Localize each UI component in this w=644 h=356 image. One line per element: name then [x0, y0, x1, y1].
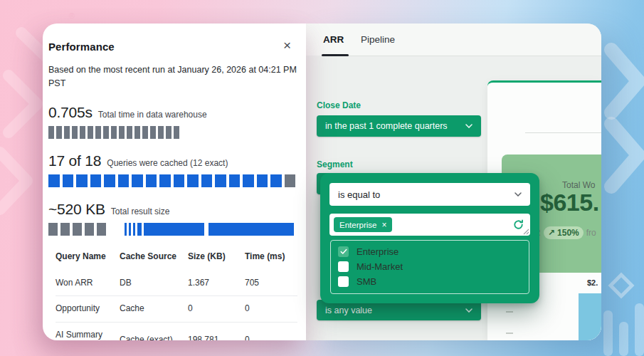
active-tab-underline	[322, 54, 349, 56]
performance-title: Performance	[48, 41, 115, 53]
checkbox-unchecked[interactable]	[338, 261, 349, 272]
table-cell: 0	[188, 303, 245, 315]
bar-segment	[64, 126, 70, 139]
metric-cached-value: 17 of 18	[48, 152, 101, 169]
bar-segment	[111, 126, 117, 139]
tab-divider	[322, 56, 601, 56]
table-header-cell: Size (KB)	[188, 251, 245, 261]
table-cell: 0	[245, 303, 297, 315]
close-date-filter-value: in the past 1 complete quarters	[325, 121, 448, 131]
option-enterprise[interactable]: Enterprise	[331, 244, 529, 259]
table-header-cell: Cache Source	[120, 251, 188, 261]
bar-segment	[146, 174, 157, 187]
metric-cached-caption: Queries were cached (12 exact)	[107, 158, 228, 168]
table-cell: Cache	[120, 303, 188, 315]
bar-segment	[137, 223, 142, 236]
table-cell: AI Summary Tile	[56, 330, 120, 340]
chevron-down-icon	[514, 192, 522, 197]
performance-panel: Performance × Based on the most recent r…	[43, 23, 306, 340]
table-cell: 1.367	[188, 278, 245, 289]
option-label: Mid-Market	[357, 261, 403, 272]
segment-filter-popover: is equal to Enterprise × EnterpriseMid-M…	[320, 173, 539, 303]
kpi-change-badge: ↗ 150%	[544, 226, 584, 239]
bar-segment	[158, 126, 164, 139]
bar-segment	[132, 174, 143, 187]
bar-segment	[229, 174, 241, 187]
tag-remove-icon[interactable]: ×	[381, 221, 386, 229]
bar-segment	[88, 126, 93, 139]
table-header-row: Query NameCache SourceSize (KB)Time (ms)	[56, 251, 297, 271]
check-icon	[340, 248, 347, 255]
size-bar	[48, 223, 295, 236]
kpi-value: $615.	[540, 189, 599, 216]
table-cell: 198.781	[188, 335, 245, 340]
bar-segment	[95, 126, 101, 139]
bar-segment	[72, 126, 78, 139]
bar-segment	[48, 174, 60, 187]
table-cell: Cache (exact)	[120, 335, 188, 340]
bar-segment	[285, 174, 296, 187]
snowflake-pattern-right	[601, 28, 644, 356]
chart-card-divider	[525, 132, 601, 133]
bar-segment	[104, 174, 115, 187]
tab-pipeline[interactable]: Pipeline	[361, 34, 395, 45]
bar-segment	[48, 223, 58, 236]
close-date-filter-button[interactable]: in the past 1 complete quarters	[317, 115, 481, 137]
table-cell: Won ARR	[56, 278, 120, 289]
table-row: AI Summary TileCache (exact)198.7810	[56, 323, 297, 340]
bar-segment	[76, 174, 88, 187]
close-icon[interactable]: ×	[283, 41, 291, 51]
bar-segment	[257, 174, 268, 187]
bar-segment	[127, 126, 132, 139]
bar-segment	[215, 174, 226, 187]
bar-segment	[187, 174, 199, 187]
close-date-label: Close Date	[317, 100, 361, 110]
tag-label: Enterprise	[339, 221, 376, 229]
bar-segment	[201, 174, 213, 187]
metric-time-value: 0.705s	[48, 104, 93, 121]
bar-segment	[270, 174, 282, 187]
registered-mark: ®	[69, 11, 75, 20]
metric-size-value: ~520 KB	[48, 201, 105, 218]
checkbox-unchecked[interactable]	[338, 276, 349, 287]
tab-arr[interactable]: ARR	[323, 34, 344, 45]
query-table: Query NameCache SourceSize (KB)Time (ms)…	[56, 251, 297, 341]
bar-segment	[119, 126, 125, 139]
metric-size-caption: Total result size	[111, 206, 170, 216]
app-background: ® Performance × Based on the most recent…	[0, 0, 644, 356]
segment-value-input[interactable]: Enterprise ×	[329, 214, 530, 236]
bar-segment	[174, 174, 185, 187]
segment-options-list: EnterpriseMid-MarketSMB	[330, 240, 529, 294]
refresh-icon[interactable]	[513, 219, 524, 230]
table-cell: 0	[245, 335, 297, 340]
operator-select[interactable]: is equal to	[329, 183, 530, 206]
resize-handle[interactable]	[523, 229, 529, 235]
bar-segment	[90, 174, 102, 187]
option-label: SMB	[357, 276, 376, 287]
table-cell: Opportunity	[56, 303, 120, 315]
table-header-cell: Time (ms)	[245, 251, 297, 261]
chevron-down-icon	[465, 124, 473, 128]
metric-cached: 17 of 18 Queries were cached (12 exact)	[48, 152, 295, 187]
bar-segment	[80, 126, 85, 139]
checkbox-checked[interactable]	[338, 246, 349, 257]
bar-segment	[129, 223, 131, 236]
tab-strip	[306, 23, 601, 56]
bar-segment	[134, 126, 140, 139]
bar-segment	[73, 223, 82, 236]
option-smb[interactable]: SMB	[331, 274, 529, 289]
segment-label: Segment	[317, 159, 353, 169]
metric-time: 0.705s Total time in data warehouse	[48, 104, 295, 139]
chart-bar[interactable]	[579, 293, 601, 340]
bar-segment	[85, 223, 94, 236]
bar-segment	[48, 126, 54, 139]
selected-value-tag[interactable]: Enterprise ×	[334, 217, 392, 232]
bar-segment	[142, 126, 148, 139]
metric-time-caption: Total time in data warehouse	[98, 110, 207, 120]
option-mid-market[interactable]: Mid-Market	[331, 259, 529, 274]
table-cell: DB	[120, 278, 188, 289]
performance-subtitle: Based on the most recent run at January …	[48, 63, 299, 90]
option-label: Enterprise	[357, 246, 398, 257]
metric-size: ~520 KB Total result size	[48, 201, 295, 236]
bar-segment	[133, 223, 135, 236]
